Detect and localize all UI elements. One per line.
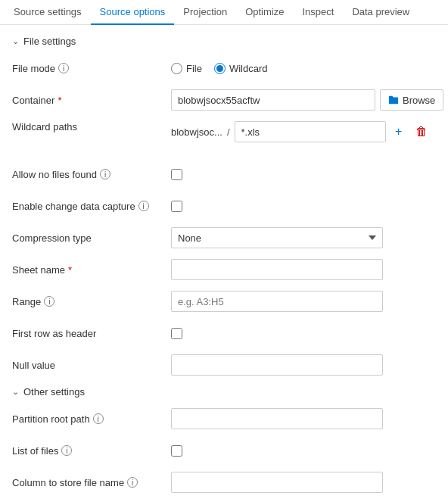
null-value-row: Null value: [12, 354, 436, 376]
sheet-name-input[interactable]: [171, 259, 383, 280]
container-controls: Browse: [171, 89, 443, 111]
tab-bar: Source settings Source options Projectio…: [0, 0, 448, 25]
wildcard-prefix: blobwjsoc...: [171, 126, 222, 138]
tab-source-settings[interactable]: Source settings: [5, 0, 91, 25]
first-row-header-label: First row as header: [12, 328, 171, 339]
list-of-files-info-icon: i: [61, 445, 72, 456]
container-browse-button[interactable]: Browse: [380, 89, 443, 111]
file-mode-row: File mode i File Wildcard: [12, 58, 436, 79]
null-value-input[interactable]: [171, 354, 383, 376]
column-store-file-name-row: Column to store file name i: [12, 472, 436, 493]
list-of-files-checkbox[interactable]: [171, 445, 182, 457]
range-input[interactable]: [171, 291, 383, 312]
tab-inspect[interactable]: Inspect: [293, 0, 343, 25]
enable-change-data-controls: [171, 201, 436, 212]
other-settings-chevron-icon: ⌄: [12, 387, 19, 397]
range-label: Range i: [12, 296, 171, 307]
wildcard-radio-label[interactable]: Wildcard: [214, 63, 268, 74]
compression-type-select[interactable]: None gzip deflate bzip2 zip: [171, 227, 383, 248]
chevron-down-icon: ⌄: [12, 36, 19, 46]
range-info-icon: i: [44, 296, 54, 307]
tab-source-options[interactable]: Source options: [91, 0, 175, 25]
allow-no-files-row: Allow no files found i: [12, 164, 436, 185]
partition-root-path-row: Partition root path i: [12, 408, 436, 429]
file-mode-controls: File Wildcard: [171, 63, 436, 74]
range-row: Range i: [12, 291, 436, 312]
file-radio[interactable]: [171, 63, 182, 74]
tab-optimize[interactable]: Optimize: [236, 0, 293, 25]
enable-change-data-info-icon: i: [138, 201, 149, 211]
file-settings-label: File settings: [23, 36, 76, 47]
other-settings-header[interactable]: ⌄ Other settings: [12, 386, 436, 398]
wildcard-inner-row: blobwjsoc... / + 🗑: [171, 121, 431, 142]
allow-no-files-label: Allow no files found i: [12, 169, 171, 180]
folder-icon: [388, 95, 399, 105]
allow-no-files-checkbox[interactable]: [171, 169, 182, 180]
wildcard-paths-label: Wildcard paths: [12, 121, 171, 133]
content-area: ⌄ File settings File mode i File Wildcar…: [0, 25, 448, 502]
sheet-name-row: Sheet name *: [12, 259, 436, 280]
sheet-name-label: Sheet name *: [12, 264, 171, 276]
column-store-file-name-info-icon: i: [127, 477, 138, 488]
null-value-controls: [171, 354, 436, 376]
range-controls: [171, 291, 436, 312]
list-of-files-row: List of files i: [12, 440, 436, 461]
list-of-files-controls: [171, 445, 436, 457]
container-label: Container *: [12, 95, 171, 106]
file-radio-label[interactable]: File: [171, 63, 202, 74]
null-value-label: Null value: [12, 360, 171, 371]
list-of-files-label: List of files i: [12, 445, 171, 457]
wildcard-paths-row: Wildcard paths blobwjsoc... / + 🗑: [12, 121, 436, 153]
wildcard-paths-controls: blobwjsoc... / + 🗑: [171, 121, 436, 153]
column-store-file-name-input[interactable]: [171, 472, 383, 493]
partition-root-path-info-icon: i: [93, 413, 104, 424]
file-mode-radio-group: File Wildcard: [171, 63, 268, 74]
first-row-header-controls: [171, 328, 436, 339]
wildcard-input[interactable]: [235, 121, 386, 142]
allow-no-files-controls: [171, 169, 436, 180]
add-wildcard-button[interactable]: +: [389, 122, 409, 142]
partition-root-path-controls: [171, 408, 436, 429]
container-row: Container * Browse: [12, 89, 436, 111]
enable-change-data-checkbox[interactable]: [171, 201, 182, 212]
partition-root-path-label: Partition root path i: [12, 413, 171, 425]
file-mode-label: File mode i: [12, 63, 171, 74]
delete-wildcard-button[interactable]: 🗑: [412, 122, 431, 142]
wildcard-slash: /: [227, 126, 230, 138]
first-row-header-row: First row as header: [12, 323, 436, 344]
column-store-file-name-controls: [171, 472, 436, 493]
sheet-name-required: *: [68, 264, 72, 276]
compression-type-row: Compression type None gzip deflate bzip2…: [12, 227, 436, 248]
file-settings-header[interactable]: ⌄ File settings: [12, 36, 436, 47]
tab-projection[interactable]: Projection: [174, 0, 236, 25]
file-mode-info-icon: i: [58, 63, 69, 73]
column-store-file-name-label: Column to store file name i: [12, 477, 171, 488]
allow-no-files-info-icon: i: [100, 169, 110, 179]
enable-change-data-label: Enable change data capture i: [12, 201, 171, 212]
compression-type-label: Compression type: [12, 232, 171, 244]
container-required: *: [58, 95, 61, 106]
wildcard-radio[interactable]: [214, 63, 226, 74]
first-row-header-checkbox[interactable]: [171, 328, 182, 339]
container-input[interactable]: [171, 89, 375, 111]
sheet-name-controls: [171, 259, 436, 280]
enable-change-data-row: Enable change data capture i: [12, 195, 436, 217]
partition-root-path-input[interactable]: [171, 408, 383, 429]
compression-type-controls: None gzip deflate bzip2 zip: [171, 227, 436, 248]
other-settings-label: Other settings: [23, 386, 85, 398]
tab-data-preview[interactable]: Data preview: [343, 0, 418, 25]
